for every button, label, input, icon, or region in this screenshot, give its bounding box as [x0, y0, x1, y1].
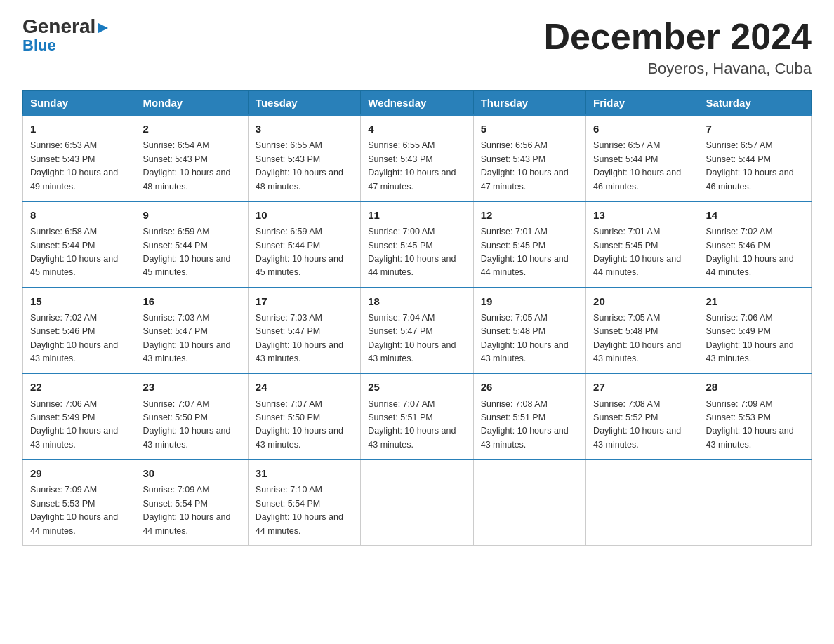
calendar-cell: 2 Sunrise: 6:54 AM Sunset: 5:43 PM Dayli…	[135, 115, 248, 201]
daylight-text: Daylight: 10 hours and 43 minutes.	[143, 340, 230, 363]
calendar-cell: 3 Sunrise: 6:55 AM Sunset: 5:43 PM Dayli…	[248, 115, 360, 201]
sunrise-text: Sunrise: 6:55 AM	[368, 140, 435, 150]
sunset-text: Sunset: 5:46 PM	[706, 241, 771, 250]
daylight-text: Daylight: 10 hours and 43 minutes.	[368, 426, 456, 449]
daylight-text: Daylight: 10 hours and 43 minutes.	[481, 340, 569, 363]
day-number: 20	[593, 293, 691, 309]
day-number: 25	[368, 379, 465, 395]
daylight-text: Daylight: 10 hours and 44 minutes.	[706, 254, 794, 277]
sunrise-text: Sunrise: 6:58 AM	[30, 227, 97, 236]
sunrise-text: Sunrise: 6:54 AM	[143, 140, 209, 150]
calendar-week-5: 29 Sunrise: 7:09 AM Sunset: 5:53 PM Dayl…	[23, 459, 812, 545]
daylight-text: Daylight: 10 hours and 43 minutes.	[368, 340, 456, 363]
daylight-text: Daylight: 10 hours and 45 minutes.	[256, 254, 343, 277]
calendar-cell	[361, 459, 473, 545]
sunrise-text: Sunrise: 7:02 AM	[30, 313, 97, 323]
sunset-text: Sunset: 5:48 PM	[481, 326, 545, 336]
daylight-text: Daylight: 10 hours and 43 minutes.	[143, 426, 230, 449]
sunset-text: Sunset: 5:43 PM	[481, 154, 545, 164]
daylight-text: Daylight: 10 hours and 49 minutes.	[30, 168, 118, 191]
daylight-text: Daylight: 10 hours and 47 minutes.	[368, 168, 456, 191]
calendar-cell: 4 Sunrise: 6:55 AM Sunset: 5:43 PM Dayli…	[361, 115, 473, 201]
calendar-cell: 26 Sunrise: 7:08 AM Sunset: 5:51 PM Dayl…	[473, 373, 585, 459]
calendar-cell: 9 Sunrise: 6:59 AM Sunset: 5:44 PM Dayli…	[135, 201, 248, 288]
sunset-text: Sunset: 5:44 PM	[256, 241, 320, 250]
daylight-text: Daylight: 10 hours and 43 minutes.	[256, 340, 343, 363]
sunrise-text: Sunrise: 7:02 AM	[706, 227, 773, 236]
calendar-cell: 1 Sunrise: 6:53 AM Sunset: 5:43 PM Dayli…	[23, 115, 135, 201]
daylight-text: Daylight: 10 hours and 45 minutes.	[30, 254, 118, 277]
daylight-text: Daylight: 10 hours and 43 minutes.	[481, 426, 569, 449]
calendar-cell: 19 Sunrise: 7:05 AM Sunset: 5:48 PM Dayl…	[473, 288, 585, 374]
calendar-cell: 23 Sunrise: 7:07 AM Sunset: 5:50 PM Dayl…	[135, 373, 248, 459]
day-number: 12	[481, 207, 578, 223]
daylight-text: Daylight: 10 hours and 44 minutes.	[481, 254, 569, 277]
calendar-cell: 10 Sunrise: 6:59 AM Sunset: 5:44 PM Dayl…	[248, 201, 360, 288]
sunset-text: Sunset: 5:50 PM	[256, 412, 320, 422]
sunset-text: Sunset: 5:53 PM	[30, 499, 95, 509]
daylight-text: Daylight: 10 hours and 47 minutes.	[481, 168, 569, 191]
sunset-text: Sunset: 5:43 PM	[143, 154, 207, 164]
sunset-text: Sunset: 5:49 PM	[30, 412, 95, 422]
daylight-text: Daylight: 10 hours and 46 minutes.	[593, 168, 681, 191]
daylight-text: Daylight: 10 hours and 43 minutes.	[593, 426, 681, 449]
day-number: 16	[143, 293, 240, 309]
calendar-week-1: 1 Sunrise: 6:53 AM Sunset: 5:43 PM Dayli…	[23, 115, 812, 201]
daylight-text: Daylight: 10 hours and 43 minutes.	[706, 426, 794, 449]
calendar-week-4: 22 Sunrise: 7:06 AM Sunset: 5:49 PM Dayl…	[23, 373, 812, 459]
day-number: 2	[143, 121, 240, 137]
calendar-cell: 29 Sunrise: 7:09 AM Sunset: 5:53 PM Dayl…	[23, 459, 135, 545]
header-saturday: Saturday	[699, 91, 811, 116]
calendar-cell: 20 Sunrise: 7:05 AM Sunset: 5:48 PM Dayl…	[586, 288, 699, 374]
day-number: 11	[368, 207, 465, 223]
sunset-text: Sunset: 5:47 PM	[368, 326, 432, 336]
sunset-text: Sunset: 5:47 PM	[143, 326, 207, 336]
calendar-cell: 11 Sunrise: 7:00 AM Sunset: 5:45 PM Dayl…	[361, 201, 473, 288]
sunset-text: Sunset: 5:47 PM	[256, 326, 320, 336]
header-wednesday: Wednesday	[361, 91, 473, 116]
sunrise-text: Sunrise: 7:06 AM	[30, 399, 97, 409]
daylight-text: Daylight: 10 hours and 44 minutes.	[593, 254, 681, 277]
day-number: 5	[481, 121, 578, 137]
sunrise-text: Sunrise: 7:09 AM	[30, 485, 97, 495]
daylight-text: Daylight: 10 hours and 43 minutes.	[256, 426, 343, 449]
day-number: 22	[30, 379, 128, 395]
day-number: 4	[368, 121, 465, 137]
calendar-cell: 14 Sunrise: 7:02 AM Sunset: 5:46 PM Dayl…	[699, 201, 811, 288]
sunrise-text: Sunrise: 6:57 AM	[706, 140, 773, 150]
day-number: 18	[368, 293, 465, 309]
calendar-cell: 24 Sunrise: 7:07 AM Sunset: 5:50 PM Dayl…	[248, 373, 360, 459]
sunrise-text: Sunrise: 7:04 AM	[368, 313, 435, 323]
daylight-text: Daylight: 10 hours and 43 minutes.	[593, 340, 681, 363]
daylight-text: Daylight: 10 hours and 48 minutes.	[256, 168, 343, 191]
sunset-text: Sunset: 5:54 PM	[256, 499, 320, 509]
day-number: 24	[256, 379, 353, 395]
daylight-text: Daylight: 10 hours and 44 minutes.	[368, 254, 456, 277]
calendar-cell: 25 Sunrise: 7:07 AM Sunset: 5:51 PM Dayl…	[361, 373, 473, 459]
daylight-text: Daylight: 10 hours and 44 minutes.	[143, 512, 230, 535]
sunrise-text: Sunrise: 7:09 AM	[706, 399, 773, 409]
calendar-cell: 6 Sunrise: 6:57 AM Sunset: 5:44 PM Dayli…	[586, 115, 699, 201]
day-number: 7	[706, 121, 804, 137]
sunset-text: Sunset: 5:52 PM	[593, 412, 658, 422]
sunset-text: Sunset: 5:44 PM	[706, 154, 771, 164]
day-number: 15	[30, 293, 128, 309]
sunset-text: Sunset: 5:51 PM	[481, 412, 545, 422]
calendar-cell: 18 Sunrise: 7:04 AM Sunset: 5:47 PM Dayl…	[361, 288, 473, 374]
sunset-text: Sunset: 5:44 PM	[30, 241, 95, 250]
sunrise-text: Sunrise: 6:59 AM	[256, 227, 322, 236]
sunrise-text: Sunrise: 7:05 AM	[481, 313, 548, 323]
calendar-cell	[586, 459, 699, 545]
daylight-text: Daylight: 10 hours and 46 minutes.	[706, 168, 794, 191]
day-number: 8	[30, 207, 128, 223]
sunrise-text: Sunrise: 7:07 AM	[256, 399, 322, 409]
sunset-text: Sunset: 5:44 PM	[143, 241, 207, 250]
header-monday: Monday	[135, 91, 248, 116]
daylight-text: Daylight: 10 hours and 45 minutes.	[143, 254, 230, 277]
sunset-text: Sunset: 5:45 PM	[593, 241, 658, 250]
calendar-cell: 15 Sunrise: 7:02 AM Sunset: 5:46 PM Dayl…	[23, 288, 135, 374]
calendar-header-row: Sunday Monday Tuesday Wednesday Thursday…	[23, 91, 812, 116]
day-number: 17	[256, 293, 353, 309]
page-header: General Blue December 2024 Boyeros, Hava…	[22, 17, 812, 78]
calendar-cell: 28 Sunrise: 7:09 AM Sunset: 5:53 PM Dayl…	[699, 373, 811, 459]
